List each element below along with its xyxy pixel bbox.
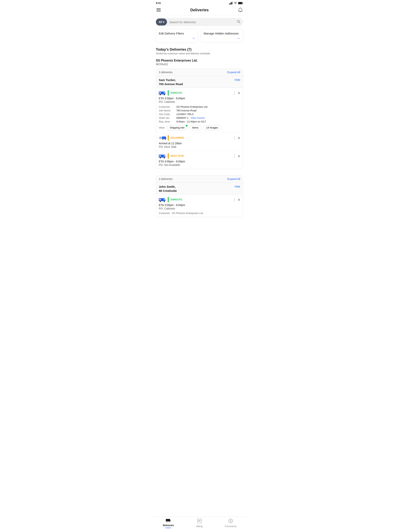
search-bar: All ▾ [156, 18, 243, 26]
today-section-header: Today's Deliveries (7) Sorted by custome… [153, 46, 246, 56]
deliveries-nav-label: Deliveries [163, 524, 174, 527]
svg-rect-19 [162, 137, 165, 139]
recipient-name-2: John Smith, [159, 185, 177, 189]
svg-point-37 [166, 521, 167, 522]
delivery-status-row-2-1: ENROUTE [159, 197, 182, 202]
svg-rect-33 [159, 199, 161, 200]
status-badge-2-1: ENROUTE [171, 198, 182, 201]
collapse-button-1-1[interactable]: ∧ [238, 91, 240, 95]
expand-all-button-2[interactable]: Expand All [227, 177, 240, 181]
svg-point-26 [164, 157, 165, 158]
delivery-item-1-2: DELIVERED ⋮ ∨ Arrived at 11:28am PO: Doo… [156, 133, 243, 151]
svg-rect-27 [159, 155, 161, 157]
orderno-text: 9366937-1 [176, 116, 188, 119]
item-actions-1-1: ⋮ ∧ [233, 91, 240, 95]
delivery-group-2-header: 3 deliveries Expand All [156, 176, 243, 183]
main-content: All ▾ Edit Delivery Filters → Manage Hid… [153, 18, 246, 235]
svg-rect-1 [230, 3, 231, 5]
recipient-address-2: 98 Creekside [159, 189, 177, 193]
status-badge-1-3: NEXT STOP [171, 155, 184, 157]
detail-orderno: Order No: 9366937-1 View Invoice [159, 116, 240, 119]
detail-orderno-label: Order No: [159, 116, 176, 119]
expand-button-1-3[interactable]: ∨ [238, 154, 240, 158]
delivery-eta-1-3: ETA 3:00pm - 6:00pm [159, 160, 240, 163]
svg-point-18 [159, 137, 162, 139]
edit-delivery-filters-card[interactable]: Edit Delivery Filters → [156, 29, 198, 43]
svg-rect-34 [164, 199, 165, 200]
delivery-eta-2-1: ETA 3:00pm - 6:00pm [159, 203, 240, 207]
expand-all-button-1[interactable]: Expand All [227, 71, 240, 74]
more-options-button-2-1[interactable]: ⋮ [233, 197, 236, 202]
search-input[interactable] [167, 19, 234, 26]
delivery-eta-1-1: ETA 3:00pm - 6:00pm [159, 97, 240, 100]
more-options-button-1-1[interactable]: ⋮ [233, 91, 236, 95]
view-invoice-link[interactable]: View Invoice [191, 116, 205, 119]
page-title: Deliveries [161, 8, 238, 12]
collapse-button-2-1[interactable]: ∧ [238, 197, 240, 202]
recipient-info-2: John Smith, 98 Creekside [159, 185, 177, 193]
delivery-group-2: 3 deliveries Expand All John Smith, 98 C… [156, 175, 243, 217]
svg-rect-2 [231, 2, 232, 5]
images-button[interactable]: 14 Images [203, 125, 221, 130]
delivery-po-2-1: PO: Cabinets [159, 207, 240, 210]
delivery-item-2-1-header: ENROUTE ⋮ ∧ [159, 197, 240, 202]
section-title: Today's Deliveries (7) [156, 48, 243, 52]
item-actions-1-3: ⋮ ∨ [233, 154, 240, 158]
svg-point-14 [160, 94, 161, 95]
svg-rect-39 [198, 519, 201, 523]
svg-rect-7 [156, 8, 161, 9]
delivery-po-1-3: PO: Not Available [159, 163, 240, 166]
manage-hidden-addresses-card[interactable]: Manage Hidden Addresses → [201, 29, 243, 43]
more-options-button-1-2[interactable]: ⋮ [233, 136, 236, 140]
search-filter-button[interactable]: All ▾ [156, 19, 167, 25]
hide-button-1[interactable]: Hide [235, 78, 240, 81]
more-options-button-1-3[interactable]: ⋮ [233, 154, 236, 158]
shipping-info-button[interactable]: Shipping info [167, 125, 187, 130]
menu-button[interactable] [156, 7, 161, 13]
delivery-status-row-1-3: NEXT STOP [159, 153, 184, 159]
detail-jobname-label: Job Name: [159, 109, 176, 112]
detail-reqtime-label: Req. time: [159, 120, 176, 123]
delivery-item-1-2-header: DELIVERED ⋮ ∨ [159, 135, 240, 141]
svg-line-11 [239, 22, 240, 23]
detail-jobcode-value: 1234567-765-0 [176, 113, 240, 116]
delivery-details-1-1: Customer: SS Phoenix Enterprises Ltd. Jo… [159, 105, 240, 123]
nav-item-promotions[interactable]: $ Promotions [215, 519, 246, 528]
status-icons [229, 2, 243, 5]
promotions-nav-icon: $ [228, 519, 233, 524]
signal-icon [229, 2, 233, 5]
delivery-item-2-1: ENROUTE ⋮ ∧ ETA 3:00pm - 6:00pm PO: Cabi… [156, 195, 243, 217]
search-submit-button[interactable] [234, 18, 243, 26]
item-actions-2-1: ⋮ ∧ [233, 197, 240, 202]
truck-icon-1-3 [159, 153, 166, 159]
detail-orderno-value: 9366937-1 View Invoice [176, 116, 240, 119]
status-time: 9:41 [156, 1, 161, 5]
status-badge-1-2: DELIVERED [171, 137, 184, 139]
filter-label: All [159, 20, 162, 24]
svg-rect-16 [159, 92, 161, 94]
notifications-button[interactable] [238, 7, 243, 13]
svg-rect-9 [156, 11, 161, 12]
detail-reqtime: Req. time: 9:00am - 11:00pm on 5/17 [159, 120, 240, 123]
nav-item-billing[interactable]: Billing [184, 519, 215, 528]
view-row-1-1: View: Shipping info Items 14 Images [159, 125, 240, 130]
recipient-name-1: Sam Tucker, [159, 78, 183, 82]
customer-1-id: 98765432 [156, 63, 243, 66]
items-button[interactable]: Items [189, 125, 201, 130]
detail-customer: Customer: SS Phoenix Enterprises Ltd. [159, 105, 240, 108]
delivery-po-1-2: PO: Door Slab [159, 145, 240, 148]
hide-button-2[interactable]: Hide [235, 185, 240, 188]
customer-1-name: SS Phoenix Enterprises Ltd. [156, 59, 243, 62]
expand-button-1-2[interactable]: ∨ [238, 136, 240, 140]
nav-item-deliveries[interactable]: Deliveries [153, 518, 184, 528]
svg-point-22 [165, 139, 166, 140]
status-indicator-1-2 [168, 135, 169, 141]
section-subtitle: Sorted by customer name and delivery sch… [156, 52, 243, 55]
svg-point-15 [164, 94, 165, 95]
detail-jobcode: Job Code: 1234567-765-0 [159, 113, 240, 116]
status-label-1-1: ENROUTE [171, 92, 182, 94]
item-actions-1-2: ⋮ ∨ [233, 136, 240, 140]
svg-point-38 [169, 521, 170, 522]
delivery-item-1-1-header: ENROUTE ⋮ ∧ [159, 90, 240, 96]
recipient-row-2: John Smith, 98 Creekside Hide [156, 183, 243, 195]
